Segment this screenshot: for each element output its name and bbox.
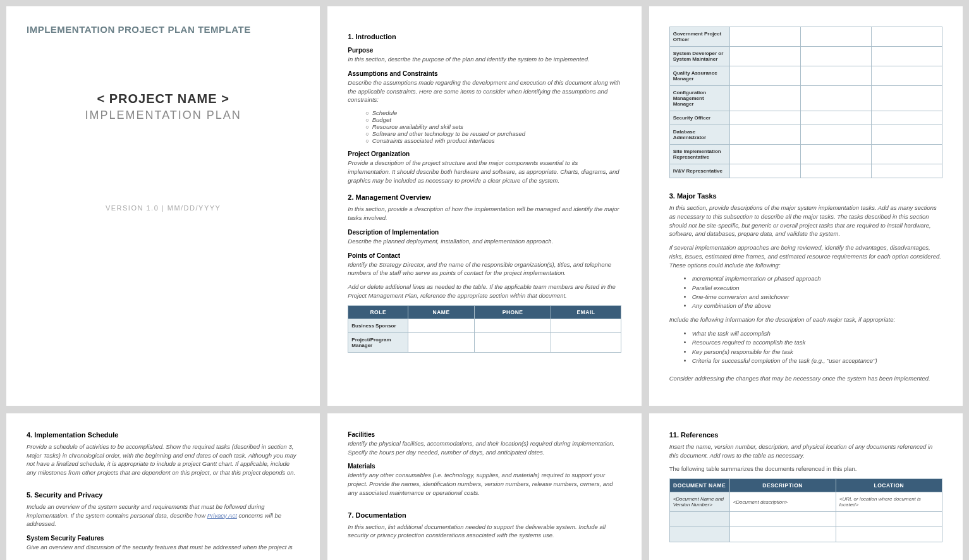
desc-impl-desc: Describe the planned deployment, install… — [348, 237, 621, 246]
section-3-desc-2: If several implementation approaches are… — [669, 243, 942, 269]
page-1-title: IMPLEMENTATION PROJECT PLAN TEMPLATE < P… — [6, 6, 320, 406]
list-item: Software and other technology to be reus… — [365, 130, 621, 137]
assumptions-heading: Assumptions and Constraints — [348, 70, 621, 77]
th-description: DESCRIPTION — [729, 479, 836, 492]
table-row: Database Administrator — [669, 125, 942, 145]
list-item: Parallel execution — [692, 284, 942, 293]
page-5-facilities: Facilities Identify the physical facilit… — [327, 413, 641, 560]
privacy-act-link[interactable]: Privacy Act — [207, 512, 237, 519]
table-row: Quality Assurance Manager — [669, 66, 942, 86]
template-header: IMPLEMENTATION PROJECT PLAN TEMPLATE — [27, 24, 300, 35]
th-role: ROLE — [348, 305, 408, 319]
title-block: < PROJECT NAME > IMPLEMENTATION PLAN — [27, 92, 300, 122]
section-3-desc-1: In this section, provide descriptions of… — [669, 204, 942, 238]
th-name: NAME — [408, 305, 475, 319]
desc-impl-heading: Description of Implementation — [348, 229, 621, 236]
ssf-heading: System Security Features — [27, 535, 300, 542]
page-6-references: 11. References Insert the name, version … — [649, 413, 963, 560]
list-item: Resource availability and skill sets — [365, 123, 621, 130]
table-row: System Developer or System Maintainer — [669, 47, 942, 66]
poc-table: ROLE NAME PHONE EMAIL Business Sponsor P… — [348, 305, 621, 353]
version-line: VERSION 1.0 | MM/DD/YYYY — [27, 204, 300, 212]
section-5-desc: Include an overview of the system securi… — [27, 502, 300, 528]
section-7-title: 7. Documentation — [348, 511, 621, 519]
ssf-desc: Give an overview and discussion of the s… — [27, 543, 300, 552]
section-2-title: 2. Management Overview — [348, 193, 621, 201]
table-row: Project/Program Manager — [348, 332, 621, 352]
page-4-schedule: 4. Implementation Schedule Provide a sch… — [6, 413, 320, 560]
org-heading: Project Organization — [348, 150, 621, 157]
th-email: EMAIL — [551, 305, 621, 319]
poc-desc-2: Add or delete additional lines as needed… — [348, 283, 621, 300]
list-item: Constraints associated with product inte… — [365, 137, 621, 144]
implementation-plan-subtitle: IMPLEMENTATION PLAN — [27, 109, 300, 122]
project-name: < PROJECT NAME > — [27, 92, 300, 106]
facilities-heading: Facilities — [348, 431, 621, 438]
section-3-desc-3: Include the following information for th… — [669, 315, 942, 324]
page-3-major-tasks: Government Project Officer System Develo… — [649, 6, 963, 406]
list-item: Key person(s) responsible for the task — [692, 348, 942, 356]
list-item: What the task will accomplish — [692, 329, 942, 338]
poc-table-continued: Government Project Officer System Develo… — [669, 27, 942, 178]
th-phone: PHONE — [474, 305, 551, 319]
org-desc: Provide a description of the project str… — [348, 159, 621, 185]
list-item: Resources required to accomplish the tas… — [692, 338, 942, 347]
section-2-desc: In this section, provide a description o… — [348, 205, 621, 222]
references-table: DOCUMENT NAME DESCRIPTION LOCATION <Docu… — [669, 478, 942, 542]
assumptions-desc: Describe the assumptions made regarding … — [348, 78, 621, 104]
table-row: Business Sponsor — [348, 319, 621, 332]
section-3-title: 3. Major Tasks — [669, 192, 942, 200]
th-location: LOCATION — [836, 479, 942, 492]
th-doc-name: DOCUMENT NAME — [669, 479, 729, 492]
task-info-list: What the task will accomplish Resources … — [692, 329, 942, 365]
materials-desc: Identify any other consumables (i.e. tec… — [348, 471, 621, 497]
approach-list: Incremental implementation or phased app… — [692, 274, 942, 310]
table-row — [669, 512, 942, 527]
table-row: Configuration Management Manager — [669, 86, 942, 111]
section-4-desc: Provide a schedule of activities to be a… — [27, 442, 300, 477]
table-row: Security Officer — [669, 111, 942, 125]
list-item: Schedule — [365, 109, 621, 116]
section-11-desc-1: Insert the name, version number, descrip… — [669, 442, 942, 460]
list-item: One-time conversion and switchover — [692, 293, 942, 301]
table-row: Site Implementation Representative — [669, 145, 942, 164]
materials-heading: Materials — [348, 463, 621, 470]
list-item: Criteria for successful completion of th… — [692, 356, 942, 365]
section-11-title: 11. References — [669, 431, 942, 439]
facilities-desc: Identify the physical facilities, accomm… — [348, 439, 621, 457]
table-row: Government Project Officer — [669, 27, 942, 47]
section-3-desc-4: Consider addressing the changes that may… — [669, 374, 942, 383]
poc-heading: Points of Contact — [348, 252, 621, 259]
assumptions-list: Schedule Budget Resource availability an… — [365, 109, 621, 144]
table-row — [669, 527, 942, 542]
section-4-title: 4. Implementation Schedule — [27, 431, 300, 439]
section-1-title: 1. Introduction — [348, 33, 621, 40]
purpose-heading: Purpose — [348, 47, 621, 54]
section-5-title: 5. Security and Privacy — [27, 491, 300, 499]
poc-desc-1: Identify the Strategy Director, and the … — [348, 260, 621, 278]
section-7-desc: In this section, list additional documen… — [348, 523, 621, 540]
purpose-desc: In this section, describe the purpose of… — [348, 55, 621, 64]
table-row: <Document Name and Version Number> <Docu… — [669, 492, 942, 512]
page-2-intro: 1. Introduction Purpose In this section,… — [327, 6, 641, 406]
list-item: Any combination of the above — [692, 301, 942, 310]
list-item: Incremental implementation or phased app… — [692, 274, 942, 283]
section-11-desc-2: The following table summarizes the docum… — [669, 465, 942, 473]
list-item: Budget — [365, 116, 621, 123]
table-row: IV&V Representative — [669, 164, 942, 178]
page-grid: IMPLEMENTATION PROJECT PLAN TEMPLATE < P… — [6, 6, 963, 560]
